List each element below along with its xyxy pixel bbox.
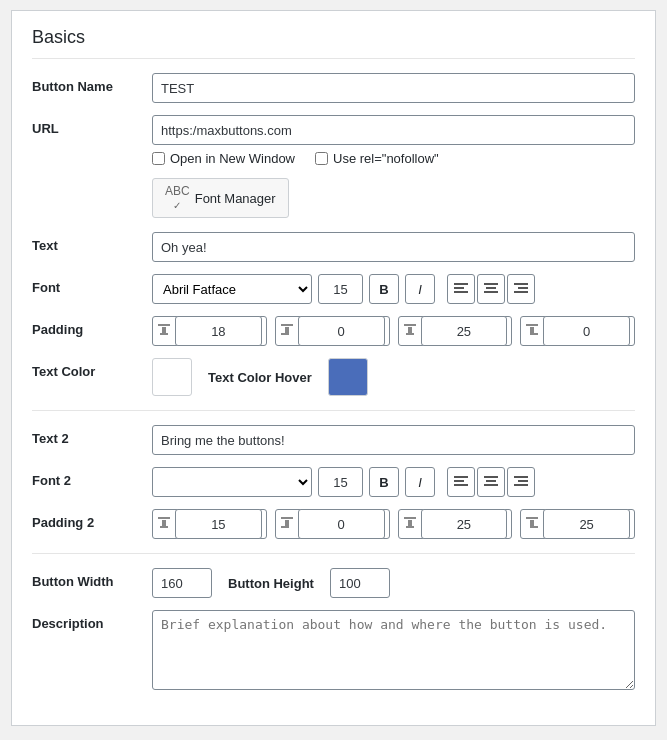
text-color-picker[interactable] [152, 358, 192, 396]
svg-rect-6 [484, 291, 498, 293]
align-center-button[interactable] [477, 274, 505, 304]
button-size-field: Button Height [152, 568, 635, 598]
align-right-button[interactable] [507, 274, 535, 304]
align2-right-icon [514, 476, 528, 488]
padding2-right-input[interactable] [298, 509, 385, 539]
font-manager-button[interactable]: ABC✓ Font Manager [152, 178, 289, 218]
description-label: Description [32, 610, 152, 631]
svg-rect-9 [518, 287, 528, 289]
description-row: Description [32, 610, 635, 693]
font2-controls: B I [152, 467, 635, 497]
font-select[interactable]: Abril Fatface [152, 274, 312, 304]
padding-left-item [520, 316, 635, 346]
text-color-label: Text Color [32, 358, 152, 379]
description-textarea[interactable] [152, 610, 635, 690]
font2-select[interactable] [152, 467, 312, 497]
svg-rect-12 [158, 324, 170, 326]
text-color-field: Text Color Hover [152, 358, 635, 396]
bold-button[interactable]: B [369, 274, 399, 304]
font-size-input[interactable] [318, 274, 363, 304]
open-new-window-checkbox[interactable] [152, 152, 165, 165]
font2-label: Font 2 [32, 467, 152, 488]
font2-field: B I [152, 467, 635, 497]
button-name-input[interactable] [152, 73, 635, 103]
padding2-bottom-input[interactable] [421, 509, 508, 539]
padding-label: Padding [32, 316, 152, 337]
svg-rect-29 [486, 480, 496, 482]
button-name-row: Button Name [32, 73, 635, 103]
text2-row: Text 2 [32, 425, 635, 455]
url-input[interactable] [152, 115, 635, 145]
panel-title: Basics [32, 27, 635, 59]
italic2-button[interactable]: I [405, 467, 435, 497]
svg-rect-14 [160, 333, 168, 335]
padding-right-icon [280, 323, 294, 339]
padding-top-icon [157, 323, 171, 339]
align2-center-icon [484, 476, 498, 488]
font2-size-input[interactable] [318, 467, 363, 497]
padding2-field [152, 509, 635, 539]
svg-rect-26 [454, 484, 468, 486]
description-field [152, 610, 635, 693]
align2-right-button[interactable] [507, 467, 535, 497]
padding-right-input[interactable] [298, 316, 385, 346]
svg-rect-5 [486, 287, 496, 289]
padding-top-item [152, 316, 267, 346]
font2-row: Font 2 B I [32, 467, 635, 497]
button-size-controls: Button Height [152, 568, 635, 598]
align-right-icon [514, 283, 528, 295]
svg-rect-18 [404, 324, 416, 326]
padding-bottom-input[interactable] [421, 316, 508, 346]
padding-top-input[interactable] [175, 316, 262, 346]
bold2-button[interactable]: B [369, 467, 399, 497]
svg-rect-25 [454, 480, 464, 482]
padding-controls [152, 316, 635, 346]
button-height-input[interactable] [330, 568, 390, 598]
svg-rect-20 [406, 333, 414, 335]
svg-rect-45 [526, 517, 538, 519]
padding-row: Padding [32, 316, 635, 346]
text-row: Text [32, 232, 635, 262]
padding2-left-item [520, 509, 635, 539]
align-left-button[interactable] [447, 274, 475, 304]
padding2-left-icon [525, 516, 539, 532]
padding2-top-input[interactable] [175, 509, 262, 539]
nofollow-label[interactable]: Use rel="nofollow" [315, 151, 439, 166]
svg-rect-28 [484, 476, 498, 478]
italic-button[interactable]: I [405, 274, 435, 304]
text2-field [152, 425, 635, 455]
text-color-row: Text Color Text Color Hover [32, 358, 635, 396]
padding2-right-item [275, 509, 390, 539]
text2-input[interactable] [152, 425, 635, 455]
padding2-top-item [152, 509, 267, 539]
padding-field [152, 316, 635, 346]
font-manager-icon: ABC✓ [165, 184, 190, 212]
color-row: Text Color Hover [152, 358, 635, 396]
open-new-window-label[interactable]: Open in New Window [152, 151, 295, 166]
align2-center-button[interactable] [477, 467, 505, 497]
align2-left-icon [454, 476, 468, 488]
nofollow-checkbox[interactable] [315, 152, 328, 165]
svg-rect-38 [160, 526, 168, 528]
padding2-row: Padding 2 [32, 509, 635, 539]
divider2 [32, 553, 635, 554]
align2-group [447, 467, 535, 497]
align2-left-button[interactable] [447, 467, 475, 497]
button-width-input[interactable] [152, 568, 212, 598]
padding-bottom-icon [403, 323, 417, 339]
svg-rect-47 [530, 526, 538, 528]
svg-rect-17 [281, 333, 289, 335]
svg-rect-2 [454, 291, 468, 293]
svg-rect-33 [518, 480, 528, 482]
text-label: Text [32, 232, 152, 253]
padding-left-input[interactable] [543, 316, 630, 346]
svg-rect-8 [514, 283, 528, 285]
basics-panel: Basics Button Name URL Open in New Windo… [11, 10, 656, 726]
text-input[interactable] [152, 232, 635, 262]
svg-rect-41 [281, 526, 289, 528]
padding2-left-input[interactable] [543, 509, 630, 539]
divider [32, 410, 635, 411]
padding2-bottom-item [398, 509, 513, 539]
svg-rect-24 [454, 476, 468, 478]
text-color-hover-picker[interactable] [328, 358, 368, 396]
